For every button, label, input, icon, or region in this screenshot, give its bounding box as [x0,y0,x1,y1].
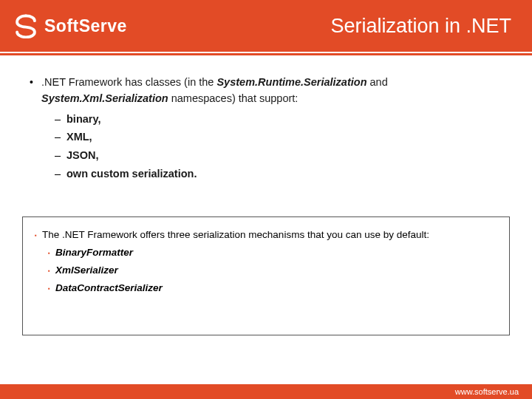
callout-box: The .NET Framework offers three serializ… [22,216,510,335]
footer-url: www.softserve.ua [455,387,519,396]
callout-lead: The .NET Framework offers three serializ… [35,226,497,244]
footer-bar: www.softserve.ua [0,384,532,399]
slide-body: .NET Framework has classes (in the Syste… [0,55,532,384]
brand-name: SoftServe [44,16,127,36]
namespace-1: System.Runtime.Serialization [216,76,366,88]
mechanism-datacontractserializer: DataContractSerializer [35,279,497,297]
intro-text-pre: .NET Framework has classes (in the [41,76,216,88]
format-item-custom: own custom serialization. [22,166,510,183]
bullet-intro: .NET Framework has classes (in the Syste… [22,75,510,107]
slide-title: Serialization in .NET [330,15,511,38]
format-item-binary: binary, [22,112,510,128]
mechanism-binaryformatter: BinaryFormatter [35,244,497,262]
intro-text-post: namespaces) that support: [168,92,299,104]
brand-logo: SoftServe [13,13,127,38]
mechanism-xmlserializer: XmlSerializer [35,262,497,279]
format-item-xml: XML, [22,129,510,146]
slide: SoftServe Serialization in .NET .NET Fra… [0,0,532,399]
format-item-json: JSON, [22,148,510,164]
main-bullet-list: .NET Framework has classes (in the Syste… [22,75,510,183]
intro-text-mid: and [367,76,388,88]
namespace-2: System.Xml.Serialization [41,92,168,104]
header-bar: SoftServe Serialization in .NET [0,0,532,52]
softserve-s-icon [13,13,38,38]
